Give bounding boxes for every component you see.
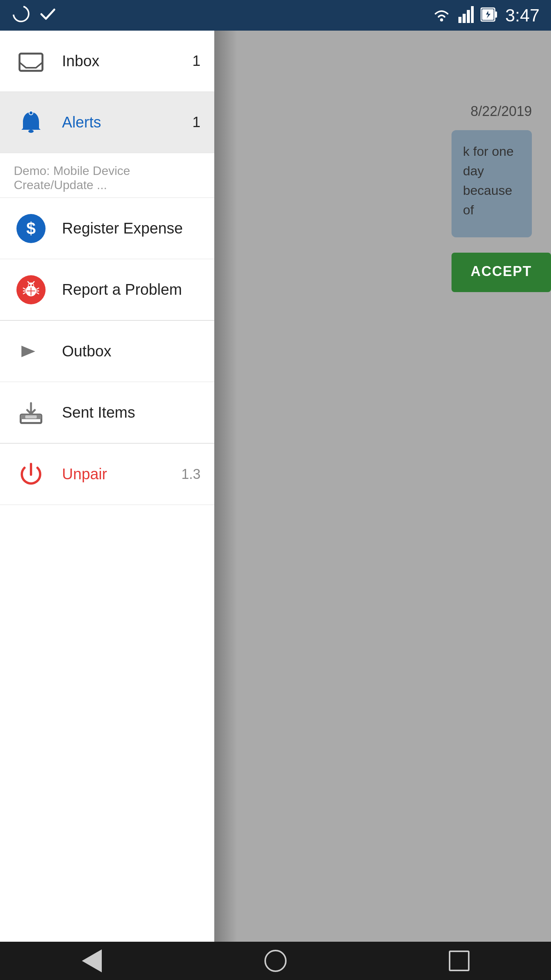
signal-icon xyxy=(458,6,474,24)
status-bar-right: 3:47 xyxy=(432,5,540,26)
menu-item-register-expense[interactable]: $ Register Expense xyxy=(0,198,214,259)
inbox-icon xyxy=(14,44,48,78)
bug-icon xyxy=(14,273,48,307)
dollar-icon: $ xyxy=(14,211,48,246)
alerts-badge: 1 xyxy=(192,114,201,131)
checkmark-icon xyxy=(38,4,57,27)
outbox-icon xyxy=(14,334,48,369)
version-text: 1.3 xyxy=(181,466,201,482)
svg-point-0 xyxy=(13,6,29,21)
menu-item-sent-items[interactable]: Sent Items xyxy=(0,382,214,443)
navigation-drawer: Inbox 1 Alerts 1 Demo: Mobile Device Cre… xyxy=(0,31,214,942)
menu-item-report-problem[interactable]: Report a Problem xyxy=(0,259,214,320)
svg-line-20 xyxy=(23,292,26,294)
battery-icon xyxy=(481,6,498,24)
bg-card: k for one daybecause of xyxy=(452,130,532,237)
sent-icon xyxy=(14,395,48,430)
svg-rect-10 xyxy=(28,130,34,133)
sent-items-label: Sent Items xyxy=(62,404,201,421)
accept-button[interactable]: ACCEPT xyxy=(452,253,551,292)
svg-rect-29 xyxy=(25,415,37,418)
svg-line-23 xyxy=(36,292,39,294)
clock-display: 3:47 xyxy=(505,5,540,26)
recents-button[interactable] xyxy=(440,942,478,980)
bg-date: 8/22/2019 xyxy=(471,103,532,119)
svg-line-21 xyxy=(36,288,39,289)
outbox-label: Outbox xyxy=(62,343,201,360)
power-icon xyxy=(14,457,48,492)
menu-item-outbox[interactable]: Outbox xyxy=(0,321,214,382)
report-problem-label: Report a Problem xyxy=(62,281,201,298)
status-bar: 3:47 xyxy=(0,0,551,31)
svg-rect-4 xyxy=(467,10,470,23)
menu-item-inbox[interactable]: Inbox 1 xyxy=(0,31,214,92)
svg-line-16 xyxy=(28,281,29,283)
inbox-badge: 1 xyxy=(192,53,201,69)
section-header: Demo: Mobile Device Create/Update ... xyxy=(0,153,214,198)
svg-line-17 xyxy=(33,281,34,283)
back-button[interactable] xyxy=(73,942,111,980)
accept-label: ACCEPT xyxy=(471,263,532,279)
svg-point-11 xyxy=(29,111,33,115)
svg-point-14 xyxy=(29,284,31,286)
svg-point-1 xyxy=(440,18,443,21)
menu-item-unpair[interactable]: Unpair 1.3 xyxy=(0,444,214,505)
menu-item-alerts[interactable]: Alerts 1 xyxy=(0,92,214,153)
alerts-label: Alerts xyxy=(62,114,192,131)
svg-rect-3 xyxy=(463,14,466,23)
spinner-icon xyxy=(11,4,31,27)
bg-action-buttons: ACCEPT 👎 DECLINE xyxy=(452,253,551,292)
register-expense-label: Register Expense xyxy=(62,220,201,237)
inbox-label: Inbox xyxy=(62,52,192,70)
wifi-icon xyxy=(432,7,452,24)
svg-rect-2 xyxy=(458,17,461,23)
bell-icon xyxy=(14,105,48,140)
bottom-nav xyxy=(0,942,551,980)
unpair-label: Unpair xyxy=(62,466,181,483)
svg-marker-26 xyxy=(21,346,35,357)
svg-rect-7 xyxy=(495,11,497,18)
svg-rect-5 xyxy=(471,6,474,23)
svg-line-18 xyxy=(23,288,26,289)
home-button[interactable] xyxy=(256,942,295,980)
svg-point-15 xyxy=(32,284,34,286)
background-content: 8/22/2019 k for one daybecause of ACCEPT… xyxy=(214,31,551,942)
status-bar-left xyxy=(11,4,57,27)
